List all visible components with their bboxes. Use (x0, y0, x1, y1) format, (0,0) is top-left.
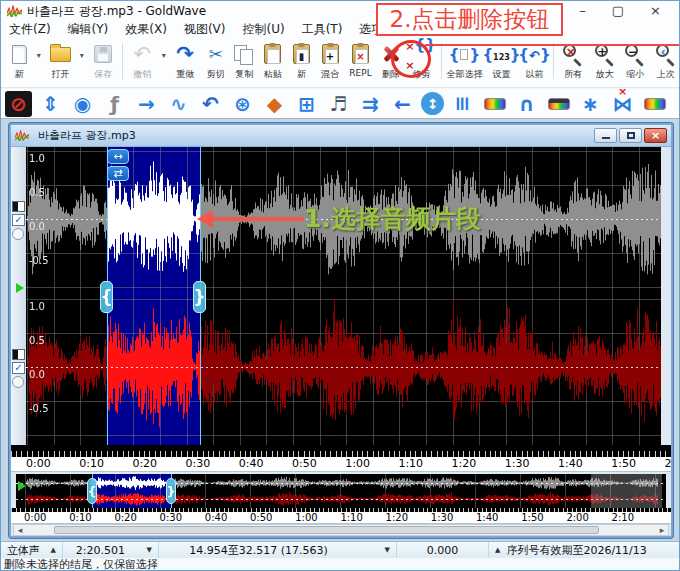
undo-button[interactable]: ↶撤销 (126, 41, 158, 85)
selection-marker-badge-2[interactable]: ⇄ (107, 166, 129, 181)
play-position-marker[interactable] (16, 283, 24, 293)
scroll-right-icon[interactable]: ▸ (656, 525, 668, 535)
editor-titlebar[interactable]: 바츨라프 광장.mp3 × (11, 125, 671, 147)
time-ruler-main[interactable]: 0:000:100:200:300:400:501:001:101:201:30… (11, 445, 671, 472)
save-button[interactable]: 保存 (87, 41, 119, 85)
selection-marker-badge-1[interactable]: ↔ (107, 149, 129, 164)
zoom-out-button[interactable]: −缩小 (620, 41, 651, 85)
time-ruler-overview[interactable]: 0:000:100:200:300:400:501:001:101:201:30… (11, 508, 671, 524)
open-dropdown-caret[interactable]: ▾ (76, 41, 86, 85)
editor-restore-button[interactable] (619, 128, 642, 143)
crossfade-ties-icon[interactable]: ⋈ (609, 91, 636, 117)
new-dropdown-caret[interactable]: ▾ (34, 41, 44, 85)
toolbar-separator (119, 41, 126, 81)
left-channel-radio[interactable] (12, 228, 24, 240)
overview-selection-end-handle[interactable]: } (166, 478, 176, 504)
menu-item-1[interactable]: 文件(Z) (9, 21, 51, 38)
maximize-cross-icon[interactable]: ⊞ (293, 91, 320, 117)
editor-window-controls: × (594, 128, 667, 143)
minimize-button[interactable]: – (579, 1, 586, 21)
editor-minimize-button[interactable] (594, 128, 617, 143)
music-score-icon[interactable]: ♬ (325, 91, 352, 117)
toolbar-button-label: 设置 (492, 68, 510, 81)
selection-end-handle[interactable]: } (193, 281, 206, 313)
folder-icon (50, 41, 71, 67)
left-channel-checkbox[interactable]: ✓ (12, 214, 25, 226)
horizontal-scrollbar[interactable]: ◂ ▸ (13, 524, 669, 536)
resample-wave-icon[interactable]: ∿ (165, 91, 192, 117)
set-button[interactable]: {123}设置 (484, 41, 518, 85)
spectrogram-screen-icon[interactable] (545, 91, 572, 117)
cut-icon: ✂ (209, 41, 223, 67)
right-channel-meter-icon[interactable] (12, 349, 25, 360)
expression-fx-icon[interactable]: ƒ (101, 91, 128, 117)
main-waveform[interactable] (26, 147, 661, 445)
reverse-arrow-icon[interactable]: ↶ (197, 91, 224, 117)
maximize-button[interactable]: ▢ (612, 1, 624, 21)
overview-play-marker[interactable] (18, 481, 26, 491)
undo-dropdown-caret[interactable]: ▾ (158, 41, 168, 85)
status-channel-mode[interactable]: 立体声▲ (1, 542, 63, 558)
mute-block-icon[interactable]: ⊘ (5, 91, 32, 117)
status-position[interactable]: 0.000 (397, 542, 489, 558)
pan-circle-icon[interactable]: ↕ (421, 92, 444, 115)
flanger-flower-icon[interactable]: ⊛ (229, 91, 256, 117)
status-selection[interactable]: 14.954至32.517 (17.563)▼ (159, 542, 397, 558)
copy-button[interactable]: 复制 (230, 41, 259, 85)
eq-sliders-icon[interactable]: ≡ (450, 90, 476, 117)
open-button[interactable]: 打开 (44, 41, 76, 85)
menu-item-3[interactable]: 效果(X) (125, 21, 167, 38)
zoom-prev-button[interactable]: ‹上次 (651, 41, 680, 85)
overview-waveform[interactable] (16, 474, 666, 508)
overview-strip[interactable]: { } (16, 474, 666, 508)
menu-item-4[interactable]: 视图(V) (184, 21, 226, 38)
left-channel-meter-icon[interactable] (12, 201, 25, 212)
overview-selection-start-handle[interactable]: { (87, 478, 97, 504)
caret-down-icon: ▼ (139, 546, 152, 554)
ruler-label: 1:20 (386, 512, 408, 523)
ruler-label: 0:20 (132, 457, 157, 470)
zoom-all-button[interactable]: ×所有 (557, 41, 589, 85)
shift-left-icon[interactable]: ← (389, 91, 416, 117)
repl-button[interactable]: ×REPL (344, 41, 376, 85)
select-all-button[interactable]: {}全部选择 (444, 41, 484, 85)
menu-item-5[interactable]: 控制(U) (242, 21, 284, 38)
close-button[interactable]: × (650, 1, 661, 21)
floppy-icon (94, 41, 112, 67)
offset-arrow-icon[interactable]: → (133, 91, 160, 117)
cut-button[interactable]: ✂剪切 (201, 41, 230, 85)
paste-button[interactable]: 粘贴 (259, 41, 288, 85)
redo-button[interactable]: ↷重做 (169, 41, 201, 85)
converge-star-icon[interactable]: ∗ (577, 91, 604, 117)
editor-close-button[interactable]: × (644, 128, 667, 143)
status-license[interactable]: ▲序列号有效期至2026/11/13 (489, 542, 680, 558)
toolbar-button-label: 新 (15, 68, 24, 81)
previous-button[interactable]: {↶}以前 (518, 41, 550, 85)
selection-start-handle[interactable]: { (100, 281, 113, 313)
effects-toolbar: ⊘⇕◉ƒ→∿↶⊛◆⊞♬⇉←↕≡∩∗⋈◗ (1, 89, 680, 119)
right-channel-radio[interactable] (12, 376, 24, 388)
vertical-expand-icon[interactable]: ⇕ (37, 91, 64, 117)
spectrum-cart-icon[interactable] (641, 91, 668, 117)
doppler-sphere-icon[interactable]: ◉ (69, 91, 96, 117)
status-length[interactable]: 2:20.501▼ (63, 542, 159, 558)
toolbar-button-label: REPL (349, 68, 371, 78)
scroll-left-icon[interactable]: ◂ (14, 525, 26, 535)
spectrum-bar-icon[interactable] (481, 91, 508, 117)
toolbar-button-label: 保存 (94, 68, 112, 81)
gate-doors-icon[interactable]: ∩ (513, 91, 540, 117)
goldwave-window: 바츨라프 광장.mp3 - GoldWave – ▢ × 文件(Z)编辑(Y)效… (0, 0, 680, 571)
menu-item-2[interactable]: 编辑(Y) (68, 21, 109, 38)
right-channel-checkbox[interactable]: ✓ (12, 362, 25, 374)
ruler-label: 1:00 (295, 512, 317, 523)
zoom-in-button[interactable]: +放大 (590, 41, 621, 85)
new-button[interactable]: 新 (5, 41, 34, 85)
toolbar-button-label: 上次 (657, 68, 675, 81)
scrollbar-thumb[interactable] (54, 526, 599, 534)
mix-button[interactable]: +混合 (316, 41, 345, 85)
stereo-spread-icon[interactable]: ⇉ (357, 91, 384, 117)
clipped-edge-icon[interactable]: ◗ (673, 91, 680, 117)
shapes-cluster-icon[interactable]: ◆ (261, 91, 288, 117)
paste-new-button[interactable]: ▮新 (287, 41, 316, 85)
menu-item-6[interactable]: 工具(T) (302, 21, 343, 38)
